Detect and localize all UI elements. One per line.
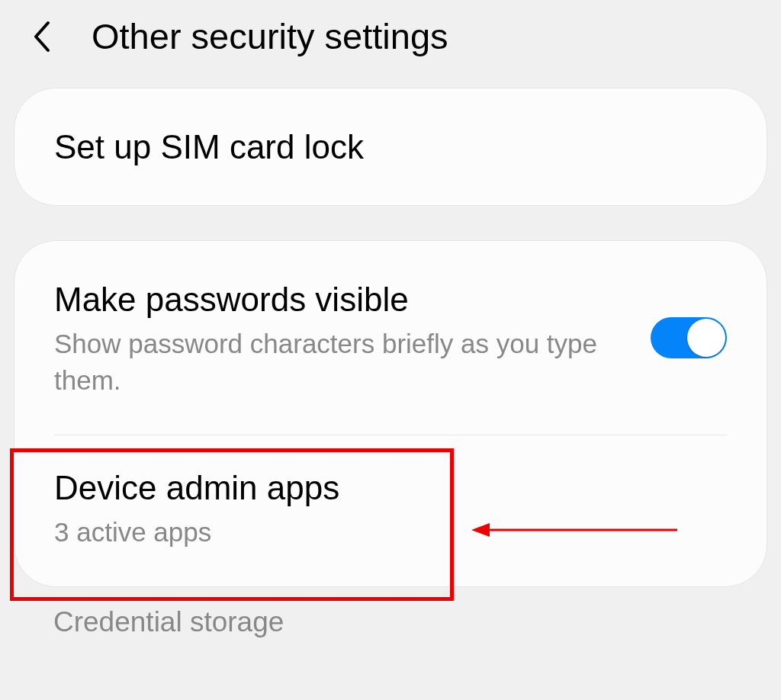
passwords-visible-title: Make passwords visible [54,278,628,321]
page-title: Other security settings [92,15,448,57]
passwords-visible-item[interactable]: Make passwords visible Show password cha… [14,241,767,435]
page-header: Other security settings [0,0,781,88]
device-admin-title: Device admin apps [54,466,727,509]
device-admin-subtitle: 3 active apps [54,514,727,550]
back-icon[interactable] [23,18,61,56]
credential-storage-label: Credential storage [14,606,767,638]
security-card: Make passwords visible Show password cha… [14,240,767,587]
toggle-knob [687,319,725,357]
device-admin-item[interactable]: Device admin apps 3 active apps [14,435,767,586]
settings-content: Set up SIM card lock Make passwords visi… [0,88,781,638]
sim-lock-item[interactable]: Set up SIM card lock [14,88,767,205]
passwords-visible-toggle[interactable] [651,317,727,358]
passwords-visible-subtitle: Show password characters briefly as you … [54,326,628,398]
sim-lock-title: Set up SIM card lock [54,125,727,169]
passwords-visible-text: Make passwords visible Show password cha… [54,278,651,398]
sim-lock-card: Set up SIM card lock [14,88,767,206]
